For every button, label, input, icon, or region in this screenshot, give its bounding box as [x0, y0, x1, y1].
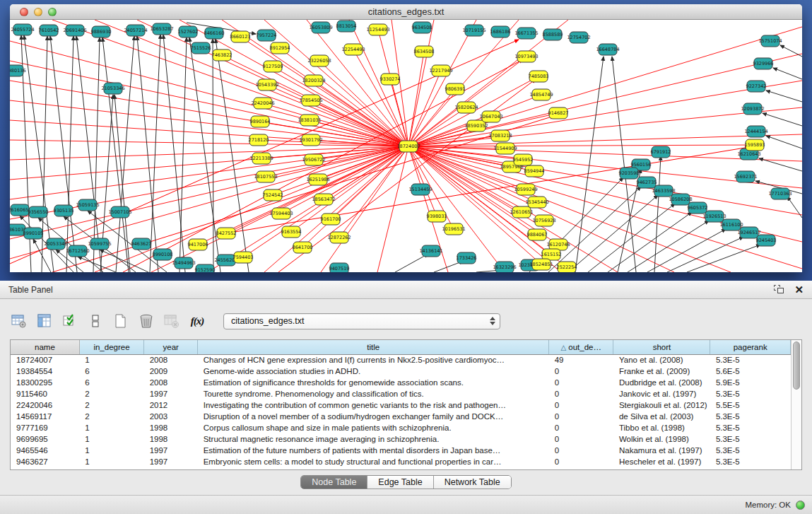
graph-node[interactable]: 24057214 [124, 25, 147, 36]
graph-node[interactable]: 16116100 [719, 219, 743, 230]
table-cell[interactable]: 1 [79, 445, 143, 456]
column-header-short[interactable]: short [613, 340, 710, 354]
graph-node[interactable]: 24055724 [11, 24, 34, 35]
graph-node[interactable]: 9462735 [637, 177, 657, 188]
select-attributes-icon[interactable] [61, 313, 79, 329]
table-cell[interactable]: 9465546 [11, 445, 79, 456]
table-cell[interactable]: 5.3E-5 [710, 422, 791, 433]
delete-column-trash-icon[interactable] [137, 313, 155, 329]
graph-node[interactable]: 19506722 [302, 154, 325, 165]
graph-node[interactable]: 9463627 [131, 238, 152, 250]
scrollbar-thumb[interactable] [793, 341, 800, 390]
table-cell[interactable]: Investigating the contribution of common… [198, 399, 549, 411]
graph-node[interactable]: 8990105 [23, 228, 44, 239]
graph-node[interactable]: 7515526 [191, 42, 211, 54]
table-cell[interactable]: 9699695 [11, 433, 79, 445]
graph-node[interactable]: 16251986 [306, 174, 329, 185]
table-cell[interactable]: 18300295 [11, 377, 79, 388]
table-cell[interactable]: Jankovic et al. (1997) [613, 388, 710, 399]
table-cell[interactable]: Structural magnetic resonance image aver… [198, 433, 549, 445]
table-cell[interactable]: 5.6E-5 [710, 366, 791, 377]
table-cell[interactable]: Estimation of significance thresholds fo… [198, 377, 549, 388]
graph-node[interactable]: 18563472 [312, 194, 335, 205]
close-panel-icon[interactable]: ✕ [794, 285, 804, 294]
graph-node[interactable]: 16671355 [514, 28, 538, 39]
graph-node[interactable]: 20691406 [63, 25, 86, 36]
graph-node[interactable]: 15345440 [525, 197, 548, 208]
graph-node[interactable]: 12872262 [327, 232, 351, 243]
table-cell[interactable]: 5.5E-5 [710, 399, 791, 411]
table-cell[interactable]: 0 [549, 399, 613, 411]
table-cell[interactable]: 5.3E-5 [710, 445, 791, 456]
graph-node[interactable]: 9634508 [412, 22, 433, 33]
graph-node[interactable]: 9329966 [753, 58, 774, 69]
graph-node[interactable]: 17854505 [299, 95, 322, 106]
graph-node[interactable]: 15134459 [408, 184, 432, 195]
graph-node[interactable]: 9245403 [756, 235, 777, 246]
column-header-title[interactable]: title [198, 340, 549, 354]
network-canvas[interactable]: 2405572476105422069140698869302405721410… [10, 20, 802, 272]
table-row[interactable]: 1830029562008Estimation of significance … [11, 377, 791, 388]
table-row[interactable]: 946362711997Embryonic stem cells: a mode… [11, 456, 791, 467]
table-cell[interactable]: Disruption of a novel member of a sodium… [198, 411, 549, 422]
graph-node[interactable]: 10756928 [532, 215, 555, 226]
zoom-window-button[interactable] [48, 8, 57, 16]
table-cell[interactable]: 2008 [144, 354, 198, 366]
graph-node[interactable]: 17594403 [269, 208, 293, 219]
table-cell[interactable]: 6 [79, 377, 143, 388]
graph-node[interactable]: 8912954 [270, 42, 290, 54]
graph-node[interactable]: 8588589 [543, 29, 563, 40]
table-cell[interactable]: 2009 [144, 366, 198, 377]
graph-node[interactable]: 1733426 [457, 252, 477, 264]
graph-node[interactable]: 8634508 [414, 46, 435, 57]
graph-node[interactable]: 12217949 [429, 65, 452, 76]
table-cell[interactable]: Genome-wide association studies in ADHD. [198, 366, 549, 377]
graph-node[interactable]: 15059135 [76, 199, 99, 211]
graph-node[interactable]: 20053346 [44, 238, 67, 250]
graph-node[interactable]: 9161700 [321, 214, 341, 225]
graph-node[interactable]: 10599249 [514, 184, 537, 195]
graph-node[interactable]: 11544909 [493, 143, 517, 154]
graph-node[interactable]: 1595893 [745, 139, 765, 151]
table-row[interactable]: 946554611997Estimation of the future num… [11, 445, 791, 456]
table-row[interactable]: 1938455462009Genome-wide association stu… [11, 366, 791, 377]
graph-node[interactable]: 9227342 [746, 81, 767, 92]
graph-node[interactable]: 11254493 [366, 24, 389, 35]
graph-node[interactable]: 18107553 [254, 171, 277, 182]
graph-node[interactable]: 15007105 [108, 206, 131, 218]
graph-node[interactable]: 14136141 [419, 245, 442, 257]
graph-node[interactable]: 8466160 [204, 28, 225, 39]
table-cell[interactable]: 9115460 [11, 388, 79, 399]
graph-node[interactable]: 7485083 [529, 71, 549, 82]
tab-node-table[interactable]: Node Table [301, 476, 367, 489]
graph-node[interactable]: 9356550 [28, 206, 49, 218]
graph-node[interactable]: 9305135 [54, 205, 74, 216]
graph-node[interactable]: 9890164 [250, 116, 271, 127]
minimize-window-button[interactable] [34, 8, 42, 16]
table-cell[interactable]: 1 [79, 354, 143, 366]
graph-node[interactable]: 14633598 [652, 185, 675, 197]
table-cell[interactable]: 1997 [144, 445, 198, 456]
graph-node[interactable]: 12093872 [741, 103, 764, 115]
table-cell[interactable]: de Silva et al. (2003) [613, 411, 710, 422]
table-cell[interactable]: 1997 [144, 388, 198, 399]
graph-node[interactable]: 16053809 [309, 22, 332, 33]
table-cell[interactable]: 19384554 [11, 366, 79, 377]
graph-node[interactable]: 17083218 [488, 130, 512, 141]
graph-node[interactable]: 10586208 [669, 194, 692, 205]
table-cell[interactable]: 5.3E-5 [710, 456, 791, 467]
table-cell[interactable]: 1997 [144, 456, 198, 467]
column-header-pagerank[interactable]: pagerank [710, 340, 791, 354]
graph-node[interactable]: 7463822 [212, 49, 233, 61]
graph-node[interactable]: 8990108 [153, 249, 173, 260]
table-cell[interactable]: Embryonic stem cells: a model to study s… [198, 456, 549, 467]
table-cell[interactable]: 2003 [144, 411, 198, 422]
graph-node[interactable]: 10653287 [150, 23, 173, 35]
graph-node[interactable]: 9330274 [380, 74, 401, 85]
table-row[interactable]: 977716911998Corpus callosum shape and si… [11, 422, 791, 433]
table-cell[interactable]: 0 [549, 411, 613, 422]
table-cell[interactable]: 0 [549, 388, 613, 399]
graph-node[interactable]: 10599755 [88, 238, 111, 250]
table-cell[interactable]: Franke et al. (2009) [613, 366, 710, 377]
graph-node[interactable]: 15494963 [172, 257, 195, 269]
